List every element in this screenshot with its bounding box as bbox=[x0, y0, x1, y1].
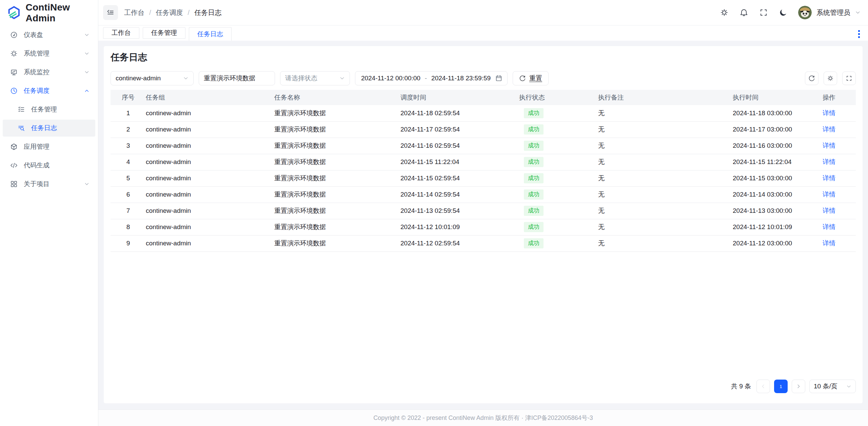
sidebar-item-system-monitor[interactable]: 系统监控 bbox=[3, 64, 95, 81]
cell-schedule-time: 2024-11-14 02:59:54 bbox=[400, 186, 519, 203]
cell-name: 重置演示环境数据 bbox=[274, 154, 400, 170]
date-range-picker[interactable]: 2024-11-12 00:00:00 - 2024-11-18 23:59:5… bbox=[355, 71, 508, 85]
sidebar-item-label: 任务管理 bbox=[31, 105, 90, 114]
cell-status: 成功 bbox=[519, 203, 598, 219]
sidebar-item-task-management[interactable]: 任务管理 bbox=[3, 101, 95, 118]
detail-link[interactable]: 详情 bbox=[823, 207, 835, 214]
status-select[interactable]: 请选择状态 bbox=[280, 71, 350, 85]
breadcrumb-item-current: 任务日志 bbox=[194, 8, 221, 17]
table-settings-button[interactable] bbox=[824, 72, 837, 85]
page-size-select[interactable]: 10 条/页 bbox=[809, 380, 856, 393]
pagination-prev-button[interactable] bbox=[756, 380, 770, 393]
tab-more-button[interactable] bbox=[856, 28, 862, 40]
chevron-left-icon bbox=[761, 384, 766, 389]
header-actions: 系统管理员 bbox=[717, 5, 861, 20]
copyright-text: Copyright © 2022 - present ContiNew Admi… bbox=[373, 414, 593, 422]
cell-name: 重置演示环境数据 bbox=[274, 186, 400, 203]
cell-group: continew-admin bbox=[146, 105, 274, 121]
breadcrumb-item[interactable]: 工作台 bbox=[124, 8, 144, 17]
sidebar-item-system-management[interactable]: 系统管理 bbox=[3, 45, 95, 62]
footer: Copyright © 2022 - present ContiNew Admi… bbox=[98, 409, 868, 426]
pagination: 共 9 条 1 10 条/页 bbox=[111, 380, 856, 393]
tab-workbench[interactable]: 工作台 bbox=[103, 27, 139, 39]
cell-group: continew-admin bbox=[146, 235, 274, 251]
detail-link[interactable]: 详情 bbox=[823, 191, 835, 198]
dots-vertical-icon bbox=[858, 30, 860, 32]
table-header: 序号 任务组 任务名称 调度时间 执行状态 执行备注 执行时间 操作 bbox=[111, 90, 856, 105]
cell-remark: 无 bbox=[598, 121, 733, 138]
filter-bar: continew-admin 请选择状态 2024-11-12 00:00:00… bbox=[111, 71, 856, 85]
sidebar-item-label: 应用管理 bbox=[24, 142, 90, 151]
table-row: 8 continew-admin 重置演示环境数据 2024-11-12 10:… bbox=[111, 219, 856, 235]
sidebar-nav: 仪表盘 系统管理 系统监控 任务调度 任务管理 bbox=[0, 25, 98, 194]
user-name[interactable]: 系统管理员 bbox=[816, 8, 850, 17]
status-select-placeholder: 请选择状态 bbox=[285, 74, 317, 83]
page-title: 任务日志 bbox=[111, 51, 856, 64]
tab-task-management[interactable]: 任务管理 bbox=[143, 27, 185, 39]
task-group-select[interactable]: continew-admin bbox=[111, 71, 194, 85]
settings-button[interactable] bbox=[717, 5, 732, 20]
cell-status: 成功 bbox=[519, 186, 598, 203]
content-area: 任务日志 continew-admin 请选择状态 2024-11-12 00:… bbox=[98, 41, 868, 409]
task-name-input[interactable] bbox=[199, 71, 275, 85]
cell-status: 成功 bbox=[519, 170, 598, 186]
detail-link[interactable]: 详情 bbox=[823, 109, 835, 117]
cell-index: 9 bbox=[111, 235, 146, 251]
table-row: 3 continew-admin 重置演示环境数据 2024-11-16 02:… bbox=[111, 138, 856, 154]
dark-mode-button[interactable] bbox=[776, 5, 791, 20]
cell-remark: 无 bbox=[598, 203, 733, 219]
sidebar-item-code-generation[interactable]: 代码生成 bbox=[3, 157, 95, 174]
task-log-table: 序号 任务组 任务名称 调度时间 执行状态 执行备注 执行时间 操作 1 con… bbox=[111, 90, 856, 252]
tab-task-log[interactable]: 任务日志 bbox=[189, 27, 232, 41]
detail-link[interactable]: 详情 bbox=[823, 158, 835, 165]
notifications-button[interactable] bbox=[736, 5, 751, 20]
col-header-index: 序号 bbox=[111, 90, 146, 105]
sidebar-item-app-management[interactable]: 应用管理 bbox=[3, 138, 95, 155]
cell-group: continew-admin bbox=[146, 138, 274, 154]
sidebar-collapse-button[interactable] bbox=[103, 5, 118, 20]
cell-name: 重置演示环境数据 bbox=[274, 170, 400, 186]
detail-link[interactable]: 详情 bbox=[823, 223, 835, 230]
cell-index: 2 bbox=[111, 121, 146, 138]
cell-remark: 无 bbox=[598, 138, 733, 154]
cell-group: continew-admin bbox=[146, 170, 274, 186]
table-refresh-button[interactable] bbox=[805, 72, 818, 85]
cell-schedule-time: 2024-11-15 11:22:04 bbox=[400, 154, 519, 170]
cell-name: 重置演示环境数据 bbox=[274, 105, 400, 121]
fullscreen-button[interactable] bbox=[756, 5, 771, 20]
tab-label: 工作台 bbox=[112, 28, 131, 37]
chevron-down-icon[interactable] bbox=[855, 10, 861, 15]
sidebar-item-task-log[interactable]: 任务日志 bbox=[3, 120, 95, 137]
cell-schedule-time: 2024-11-18 02:59:54 bbox=[400, 105, 519, 121]
detail-link[interactable]: 详情 bbox=[823, 126, 835, 133]
table-fullscreen-button[interactable] bbox=[842, 72, 856, 85]
cell-name: 重置演示环境数据 bbox=[274, 121, 400, 138]
sidebar-item-dashboard[interactable]: 仪表盘 bbox=[3, 26, 95, 43]
detail-link[interactable]: 详情 bbox=[823, 175, 835, 182]
col-header-actions: 操作 bbox=[819, 90, 856, 105]
cell-index: 6 bbox=[111, 186, 146, 203]
chevron-down-icon bbox=[846, 384, 851, 389]
checklist-icon bbox=[17, 105, 25, 114]
sidebar-item-about-project[interactable]: 关于项目 bbox=[3, 176, 95, 192]
breadcrumb-separator: / bbox=[149, 9, 151, 17]
status-badge: 成功 bbox=[524, 206, 544, 216]
cube-icon bbox=[10, 143, 18, 151]
status-badge: 成功 bbox=[524, 238, 544, 248]
chevron-down-icon bbox=[183, 76, 189, 81]
avatar[interactable] bbox=[798, 6, 812, 19]
tab-bar: 工作台 任务管理 任务日志 bbox=[98, 25, 868, 41]
reset-button[interactable]: 重置 bbox=[513, 71, 549, 85]
col-header-status: 执行状态 bbox=[519, 90, 598, 105]
pagination-next-button[interactable] bbox=[792, 380, 805, 393]
sidebar-item-task-scheduling[interactable]: 任务调度 bbox=[3, 82, 95, 99]
cell-schedule-time: 2024-11-12 02:59:54 bbox=[400, 235, 519, 251]
fullscreen-icon bbox=[846, 75, 852, 82]
main-column: 工作台 / 任务调度 / 任务日志 bbox=[98, 0, 868, 426]
detail-link[interactable]: 详情 bbox=[823, 142, 835, 149]
date-end-value: 2024-11-18 23:59:59 bbox=[430, 75, 492, 82]
breadcrumb-item[interactable]: 任务调度 bbox=[156, 8, 183, 17]
breadcrumb: 工作台 / 任务调度 / 任务日志 bbox=[124, 8, 221, 17]
pagination-page-1[interactable]: 1 bbox=[774, 380, 788, 393]
detail-link[interactable]: 详情 bbox=[823, 240, 835, 247]
